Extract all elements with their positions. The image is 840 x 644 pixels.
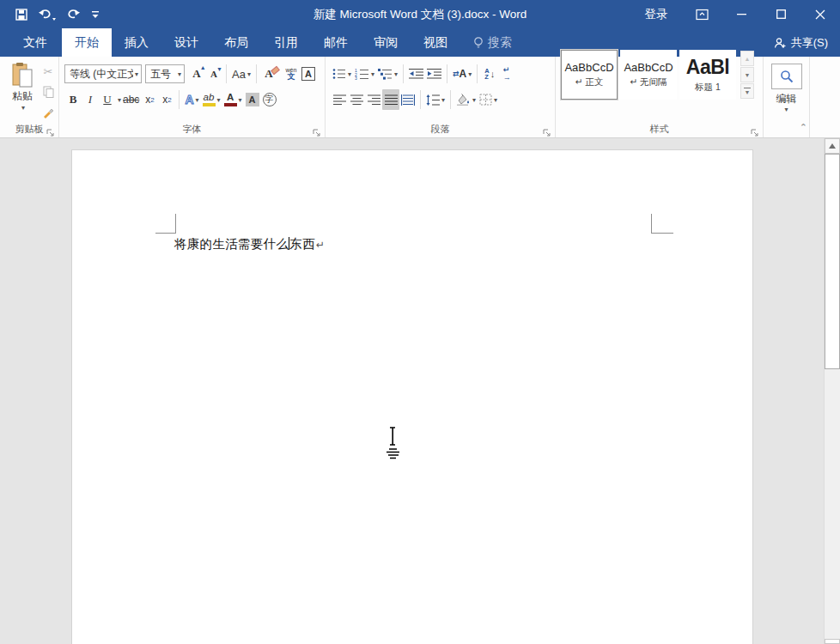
copy-button[interactable] [40, 84, 57, 100]
align-center-button[interactable] [348, 89, 365, 110]
borders-button[interactable]: ▾ [478, 89, 499, 110]
grow-font-button[interactable]: A▲ [188, 64, 205, 84]
bullets-button[interactable]: ▾ [331, 64, 353, 84]
text-effects-button[interactable]: A▾ [183, 89, 200, 110]
superscript-button[interactable]: x2 [158, 89, 175, 110]
bullets-icon [332, 68, 346, 80]
tab-references[interactable]: 引用 [261, 28, 311, 57]
style-card-normal[interactable]: AaBbCcD ↵ 正文 [561, 50, 618, 100]
quick-access-toolbar [0, 9, 100, 21]
font-color-swatch [224, 103, 237, 106]
change-case-button[interactable]: Aa▾ [230, 64, 253, 84]
style-card-heading1[interactable]: AaBl 标题 1 [679, 50, 736, 100]
close-button[interactable] [800, 0, 840, 28]
find-button[interactable] [771, 64, 802, 89]
multilevel-list-icon [378, 68, 393, 80]
save-button[interactable] [15, 9, 27, 21]
redo-button[interactable] [67, 9, 81, 21]
tab-tell-me-search[interactable]: 搜索 [460, 28, 525, 57]
tab-design[interactable]: 设计 [161, 28, 211, 57]
line-spacing-icon [426, 94, 440, 106]
font-group-label: 字体 [59, 123, 325, 136]
cut-button[interactable]: ✂ [40, 64, 57, 79]
maximize-button[interactable] [761, 0, 800, 28]
asian-layout-button[interactable]: ⇄A▾ [451, 64, 473, 84]
character-border-button[interactable]: A [300, 64, 317, 84]
customize-qat-button[interactable] [91, 9, 100, 20]
style-card-no-spacing[interactable]: AaBbCcD ↵ 无间隔 [620, 50, 677, 100]
minimize-button[interactable] [721, 0, 761, 28]
sign-in-button[interactable]: 登录 [630, 0, 682, 28]
paragraph-dialog-launcher[interactable] [543, 125, 551, 134]
undo-button[interactable] [38, 9, 57, 21]
clear-formatting-button[interactable]: A [260, 64, 277, 84]
title-bar: 新建 Microsoft Word 文档 (3).docx - Word 登录 [0, 0, 840, 28]
paragraph-group-label: 段落 [326, 123, 555, 136]
copy-icon [43, 86, 54, 98]
shading-bucket-icon [456, 94, 471, 106]
bold-button[interactable]: B [64, 89, 82, 110]
ribbon-home: 粘贴 ▾ ✂ 剪贴板 等线 (中文正文▾ [0, 57, 840, 138]
font-name-combo[interactable]: 等线 (中文正文▾ [64, 64, 142, 83]
align-left-button[interactable] [331, 89, 348, 110]
borders-icon [479, 94, 492, 106]
distribute-icon [401, 94, 415, 106]
tab-file[interactable]: 文件 [9, 28, 62, 57]
phonetic-guide-button[interactable]: wén文 [283, 64, 300, 84]
distribute-button[interactable] [399, 89, 417, 110]
underline-button[interactable]: U [99, 89, 116, 110]
tab-view[interactable]: 视图 [411, 28, 460, 57]
format-painter-button[interactable] [40, 105, 57, 120]
tab-layout[interactable]: 布局 [211, 28, 261, 57]
line-spacing-button[interactable]: ▾ [424, 89, 447, 110]
paste-dropdown-arrow[interactable]: ▾ [21, 104, 25, 112]
paste-button[interactable]: 粘贴 ▾ [4, 62, 40, 120]
clipboard-small-buttons: ✂ [40, 64, 57, 120]
justify-button[interactable] [382, 89, 399, 110]
editing-group-button-label[interactable]: 编辑 [764, 92, 809, 106]
tab-insert[interactable]: 插入 [112, 28, 161, 57]
character-shading-button[interactable]: A [244, 89, 261, 110]
decrease-indent-button[interactable] [407, 64, 425, 84]
editing-dropdown-arrow[interactable]: ▾ [764, 106, 809, 113]
styles-dialog-launcher[interactable] [751, 125, 759, 134]
styles-scroll-down-button[interactable]: ▼ [740, 67, 754, 82]
paste-icon [11, 62, 34, 89]
subscript-button[interactable]: x2 [141, 89, 158, 110]
strikethrough-button[interactable]: abc [121, 89, 141, 110]
scrollbar-thumb[interactable] [825, 154, 840, 369]
numbering-icon: 123 [355, 68, 369, 80]
scroll-up-button[interactable] [825, 138, 840, 154]
margin-crop-mark-right [651, 214, 673, 234]
tab-review[interactable]: 审阅 [361, 28, 411, 57]
styles-group-label: 样式 [556, 123, 763, 136]
multilevel-list-button[interactable]: ▾ [376, 64, 399, 84]
collapse-ribbon-button[interactable]: ⌃ [800, 122, 807, 133]
mouse-ibeam-cursor [380, 427, 406, 466]
ribbon-display-options-button[interactable] [682, 0, 721, 28]
styles-gallery-more-button[interactable]: ▼ [740, 83, 754, 99]
font-color-button[interactable]: A▾ [222, 89, 244, 110]
font-size-combo[interactable]: 五号▾ [145, 64, 185, 83]
tab-mailings[interactable]: 邮件 [311, 28, 361, 57]
tab-home[interactable]: 开始 [62, 28, 112, 57]
highlight-color-button[interactable]: ab▾ [201, 89, 222, 110]
align-right-button[interactable] [365, 89, 382, 110]
share-button[interactable]: 共享(S) [774, 28, 840, 57]
font-dialog-launcher[interactable] [313, 125, 321, 134]
shading-button[interactable]: ▾ [454, 89, 478, 110]
styles-scroll-up-button[interactable]: ▲ [740, 51, 754, 66]
document-text-line[interactable]: 将康的生活需要什么东西↵ [174, 236, 325, 252]
shrink-font-button[interactable]: A▼ [205, 64, 222, 84]
increase-indent-button[interactable] [425, 64, 443, 84]
show-hide-marks-button[interactable]: ↵→ [498, 64, 515, 84]
italic-button[interactable]: I [82, 89, 99, 110]
scrollbar-bottom-button[interactable] [825, 639, 840, 644]
group-font: 等线 (中文正文▾ 五号▾ A▲ A▼ Aa▾ A wén文 A B I U▾ [59, 57, 326, 137]
sort-button[interactable]: AZ↓ [481, 64, 498, 84]
numbering-button[interactable]: 123▾ [353, 64, 376, 84]
text-after-caret: 东西 [289, 237, 315, 251]
format-painter-icon [42, 107, 54, 118]
clipboard-dialog-launcher[interactable] [46, 125, 55, 134]
enclose-characters-button[interactable]: 字 [261, 89, 278, 110]
